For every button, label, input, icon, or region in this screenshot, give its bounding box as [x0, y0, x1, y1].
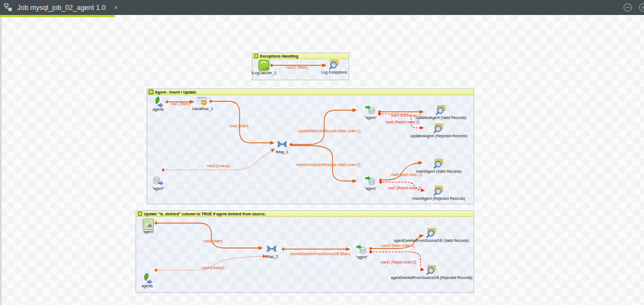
green-db-input-icon[interactable]: [142, 218, 154, 230]
component-label: agentDeletedFromSourceDB (Valid Records): [394, 239, 469, 242]
component-label: "agent": [356, 255, 368, 259]
component-label: tMap_2: [266, 255, 278, 259]
magnifier-icon[interactable]: [425, 227, 438, 239]
editor-tab-bar: Job mysql_job_02_agent 1.0 ×: [0, 0, 644, 15]
tab-close-icon[interactable]: ×: [114, 4, 118, 11]
component-label: agents: [153, 107, 164, 111]
component-label: "agent": [365, 187, 377, 190]
view-controls: [623, 3, 644, 12]
tab-job-mysql-job-02-agent[interactable]: Job mysql_job_02_agent 1.0 ×: [0, 0, 122, 15]
component-label: tLogCatcher_1: [252, 71, 277, 75]
talend-studio-window: Exceptions HandlingAgent - Insert / Upda…: [0, 0, 644, 305]
component-label: agents: [142, 284, 153, 288]
db-output-icon[interactable]: [365, 175, 377, 187]
maximize-view-button[interactable]: [638, 3, 644, 12]
tab-title: Job mysql_job_02_agent 1.0: [17, 4, 106, 12]
magnifier-icon[interactable]: [433, 122, 445, 135]
db-input-icon[interactable]: [152, 175, 164, 187]
leaf-input-icon[interactable]: [141, 272, 153, 285]
components-layer: tLogCatcher_1Log ExceptionsagentstJavaRo…: [0, 0, 644, 305]
component-label: "agent": [142, 230, 154, 234]
db-output-icon[interactable]: [356, 244, 368, 256]
active-tab-indicator: [0, 15, 115, 17]
component-label: InsertAgent (Rejected Records): [412, 197, 465, 200]
component-label: agentDeletedFromSourceDB (Rejected Recor…: [391, 276, 472, 280]
leaf-input-icon[interactable]: [152, 96, 164, 108]
diagram-overlay: Exceptions HandlingAgent - Insert / Upda…: [0, 0, 644, 305]
component-label: tJavaRow_1: [192, 107, 212, 111]
component-label: InsertAgent (Valid Records): [416, 169, 462, 173]
magnifier-icon[interactable]: [433, 158, 445, 170]
component-label: Log Exceptions: [321, 70, 347, 74]
component-label: "agent": [152, 187, 164, 190]
minimize-view-button[interactable]: [623, 3, 632, 12]
logcatcher-icon[interactable]: [258, 59, 270, 71]
component-label: "agent": [365, 116, 377, 120]
magnifier-icon[interactable]: [425, 264, 438, 276]
magnifier-icon[interactable]: [328, 59, 340, 71]
component-label: UpdatedAgent (Rejected Records): [410, 134, 468, 138]
job-icon: [3, 3, 13, 13]
javarow-icon[interactable]: [196, 95, 209, 107]
tmap-icon[interactable]: [276, 138, 288, 151]
magnifier-icon[interactable]: [435, 104, 447, 116]
component-label: UpdatedAgent (Valid Records): [416, 116, 466, 120]
component-label: tMap_1: [276, 150, 289, 154]
db-output-icon[interactable]: [365, 104, 377, 116]
magnifier-icon[interactable]: [433, 185, 445, 197]
tmap-icon[interactable]: [266, 243, 278, 255]
